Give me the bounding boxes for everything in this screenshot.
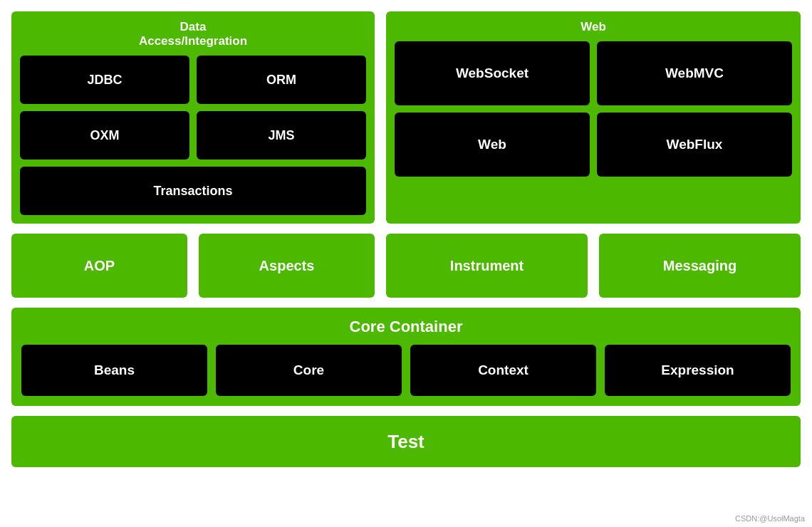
webflux-box: WebFlux bbox=[597, 113, 792, 177]
middle-left: AOP Aspects bbox=[11, 234, 375, 298]
middle-row: AOP Aspects Instrument Messaging bbox=[11, 234, 801, 298]
websocket-box: WebSocket bbox=[395, 41, 590, 105]
middle-right: Instrument Messaging bbox=[386, 234, 801, 298]
core-container-panel: Core Container Beans Core Context Expres… bbox=[11, 308, 801, 406]
watermark: CSDN:@UsołMagta bbox=[735, 514, 805, 523]
aop-box: AOP bbox=[11, 234, 187, 298]
oxm-box: OXM bbox=[20, 111, 189, 160]
instrument-box: Instrument bbox=[386, 234, 588, 298]
web-box: Web bbox=[395, 113, 590, 177]
test-panel: Test bbox=[11, 416, 801, 467]
transactions-box: Transactions bbox=[20, 167, 366, 215]
data-access-title: Data Access/Integration bbox=[20, 20, 366, 48]
core-container-title: Core Container bbox=[21, 318, 791, 336]
expression-box: Expression bbox=[605, 345, 791, 396]
webmvc-box: WebMVC bbox=[597, 41, 792, 105]
data-access-grid: JDBC ORM OXM JMS Transactions bbox=[20, 56, 366, 215]
beans-box: Beans bbox=[21, 345, 207, 396]
messaging-box: Messaging bbox=[599, 234, 801, 298]
aspects-box: Aspects bbox=[199, 234, 375, 298]
web-panel: Web WebSocket WebMVC Web WebFlux bbox=[386, 11, 801, 224]
web-title: Web bbox=[395, 20, 792, 34]
context-box: Context bbox=[410, 345, 596, 396]
data-access-panel: Data Access/Integration JDBC ORM OXM JMS… bbox=[11, 11, 375, 224]
jdbc-box: JDBC bbox=[20, 56, 189, 104]
core-box: Core bbox=[216, 345, 402, 396]
orm-box: ORM bbox=[197, 56, 366, 104]
jms-box: JMS bbox=[197, 111, 366, 160]
core-grid: Beans Core Context Expression bbox=[21, 345, 791, 396]
web-grid: WebSocket WebMVC Web WebFlux bbox=[395, 41, 792, 177]
